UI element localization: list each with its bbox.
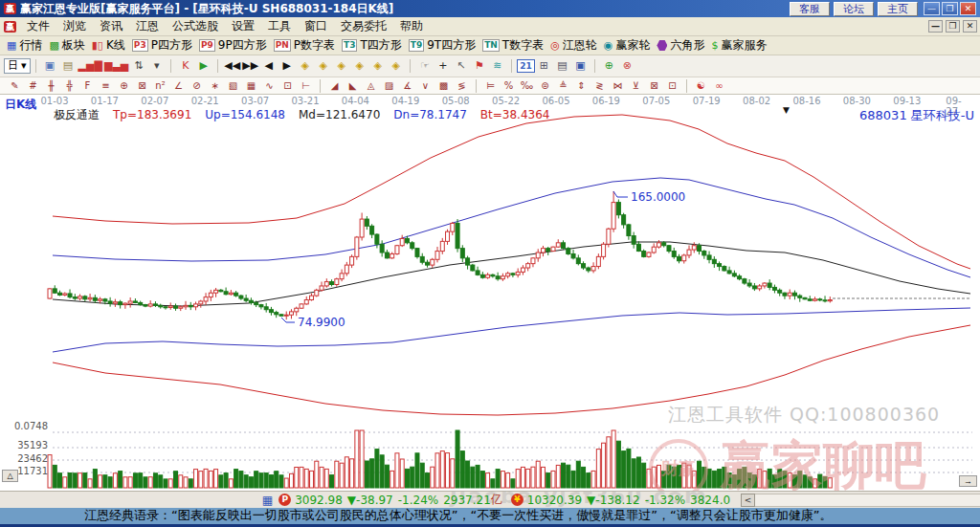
grid3-icon[interactable]: ▩ bbox=[435, 79, 452, 93]
chart-area[interactable]: 日K线 01-0301-1702-0702-2103-0703-2104-040… bbox=[0, 95, 980, 491]
lines-icon[interactable]: ≡ bbox=[98, 79, 114, 93]
updown-icon[interactable]: ⇅ bbox=[130, 58, 146, 74]
fan-icon[interactable]: ◢ bbox=[326, 79, 343, 93]
gann-diamond-1-icon[interactable]: ◈ bbox=[297, 58, 313, 74]
ratio-icon[interactable]: ⊨ bbox=[482, 79, 499, 93]
hatch-icon[interactable]: ▨ bbox=[381, 79, 397, 93]
shade-icon[interactable]: ▧ bbox=[225, 79, 241, 93]
steps-icon[interactable]: ≶ bbox=[454, 79, 470, 93]
nav-next-icon[interactable]: ▶ bbox=[278, 58, 295, 74]
circle-eq-icon[interactable]: ⊜ bbox=[537, 79, 553, 93]
yinyang-icon[interactable]: ☯ bbox=[693, 79, 709, 93]
close-button[interactable]: ✕ bbox=[960, 2, 976, 15]
grid2-icon[interactable]: ▦ bbox=[243, 79, 259, 93]
child-minimize-button[interactable]: — bbox=[928, 20, 943, 33]
menu-item-8[interactable]: 交易委托 bbox=[334, 18, 393, 34]
toolbar-blocks-button[interactable]: ▩板块 bbox=[49, 37, 84, 54]
square-x-icon[interactable]: ⊠ bbox=[134, 79, 150, 93]
gann-diamond-2-icon[interactable]: ◈ bbox=[315, 58, 331, 74]
infinity-icon[interactable]: ∞ bbox=[711, 79, 727, 93]
toolbar-winner-wheel-button[interactable]: ◉赢家轮 bbox=[604, 37, 651, 54]
maximize-button[interactable]: ❐ bbox=[942, 2, 958, 15]
hash-icon[interactable]: # bbox=[25, 79, 41, 93]
toolbar-hexagon-button[interactable]: 六角形 bbox=[657, 37, 704, 54]
notes-icon[interactable]: ▤ bbox=[554, 58, 570, 74]
nav-last-icon[interactable]: ▶▶ bbox=[242, 58, 258, 74]
menu-item-5[interactable]: 设置 bbox=[225, 18, 261, 34]
pointer-icon[interactable]: ↖ bbox=[453, 58, 469, 74]
kline-canvas[interactable]: 165.000074.9900 bbox=[0, 95, 980, 491]
homepage-button[interactable]: 主页 bbox=[878, 2, 918, 16]
tick-icon[interactable]: ⊢ bbox=[298, 79, 314, 93]
nav-prev-icon[interactable]: ◀ bbox=[260, 58, 277, 74]
n2-icon[interactable]: n² bbox=[152, 79, 168, 93]
bowtie-icon[interactable]: ⋈ bbox=[610, 79, 626, 93]
toolbar-kline-button[interactable]: ▮▯K线 bbox=[92, 37, 125, 54]
wave-icon[interactable]: ≋ bbox=[489, 58, 505, 74]
toolbar-t9-square-button[interactable]: T99T四方形 bbox=[409, 37, 476, 54]
rail-icon[interactable]: ╫ bbox=[43, 79, 59, 93]
pencil-icon[interactable]: ✎ bbox=[7, 79, 23, 93]
quote-grid-icon[interactable]: ▦ bbox=[262, 494, 273, 507]
period-select[interactable]: 日▾ bbox=[4, 58, 31, 74]
fib-icon[interactable]: F bbox=[79, 79, 96, 93]
updown2-icon[interactable]: ⇕ bbox=[573, 79, 590, 93]
forum-button[interactable]: 论坛 bbox=[834, 2, 874, 16]
scroll-track[interactable] bbox=[755, 494, 980, 507]
scroll-left-icon[interactable]: < bbox=[741, 494, 755, 507]
delta-eq-icon[interactable]: ≜ bbox=[555, 79, 571, 93]
crosshair-icon[interactable]: + bbox=[434, 58, 451, 74]
kline-chart-icon[interactable]: ▆▃▅ bbox=[104, 58, 128, 74]
menu-item-0[interactable]: 文件 bbox=[20, 18, 56, 34]
circle-cross-icon[interactable]: ⊕ bbox=[116, 79, 132, 93]
gann-diamond-3-icon[interactable]: ◈ bbox=[333, 58, 349, 74]
menu-item-3[interactable]: 江恩 bbox=[129, 18, 166, 34]
child-close-button[interactable]: ✕ bbox=[963, 20, 977, 33]
lessgtr-icon[interactable]: ≷ bbox=[591, 79, 608, 93]
vee-icon[interactable]: ∨ bbox=[417, 79, 434, 93]
wave2-icon[interactable]: ∿ bbox=[261, 79, 278, 93]
toolbar-t-square-button[interactable]: T3T四方形 bbox=[342, 37, 402, 54]
bars-chart-icon[interactable]: ▂▅▇ bbox=[78, 58, 102, 74]
calc-icon[interactable]: ⊞ bbox=[536, 58, 552, 74]
gann-diamond-5-icon[interactable]: ◈ bbox=[369, 58, 386, 74]
tri-icon[interactable]: ◬ bbox=[363, 79, 379, 93]
menu-item-6[interactable]: 工具 bbox=[261, 18, 298, 34]
angle-icon[interactable]: ∠ bbox=[170, 79, 187, 93]
hand-tool-icon[interactable]: ☞ bbox=[416, 58, 433, 74]
toolbar-p9-square-button[interactable]: P99P四方形 bbox=[199, 37, 267, 54]
volume-scroll-right-button[interactable]: → bbox=[959, 475, 977, 487]
grid-cross-icon[interactable]: ╬ bbox=[61, 79, 78, 93]
boxdot2-icon[interactable]: ⊡ bbox=[664, 79, 680, 93]
window-icon[interactable]: ▣ bbox=[42, 58, 58, 74]
compare-k-icon[interactable]: K bbox=[177, 58, 193, 74]
save-icon[interactable]: ▣ bbox=[572, 58, 589, 74]
toolbar-p-square-button[interactable]: P3P四方形 bbox=[132, 37, 192, 54]
toolbar-quotes-button[interactable]: ▦行情 bbox=[7, 37, 42, 54]
toolbar-p-table-button[interactable]: PNP数字表 bbox=[274, 37, 335, 54]
play-icon[interactable]: ▶ bbox=[195, 58, 212, 74]
service-red-icon[interactable]: ⊗ bbox=[619, 58, 635, 74]
kefu-button[interactable]: 客服 bbox=[790, 2, 830, 16]
box-dot-icon[interactable]: ⊡ bbox=[279, 79, 296, 93]
calendar-icon[interactable]: 21 bbox=[517, 59, 535, 73]
menu-item-9[interactable]: 帮助 bbox=[393, 18, 430, 34]
gann-diamond-6-icon[interactable]: ◈ bbox=[388, 58, 404, 74]
permille-icon[interactable]: ‰ bbox=[519, 79, 535, 93]
xor-icon[interactable]: ⊻ bbox=[628, 79, 644, 93]
fan2-icon[interactable]: ◣ bbox=[345, 79, 361, 93]
gann-diamond-4-icon[interactable]: ◈ bbox=[351, 58, 368, 74]
menu-item-4[interactable]: 公式选股 bbox=[166, 18, 225, 34]
menu-item-1[interactable]: 浏览 bbox=[56, 18, 93, 34]
child-restore-button[interactable]: ❐ bbox=[946, 20, 960, 33]
caret-down-icon[interactable]: ▾ bbox=[148, 58, 165, 74]
horizontal-scrollbar[interactable]: < > bbox=[741, 494, 980, 507]
star-icon[interactable]: ∗ bbox=[207, 79, 223, 93]
pane-toggle-button[interactable]: △ bbox=[2, 470, 18, 482]
service-green-icon[interactable]: ⊕ bbox=[601, 58, 617, 74]
flag-icon[interactable]: ⚑ bbox=[471, 58, 487, 74]
minimize-button[interactable]: — bbox=[924, 2, 940, 15]
toolbar-t-table-button[interactable]: TNT数字表 bbox=[482, 37, 544, 54]
angle2-icon[interactable]: ∡ bbox=[399, 79, 415, 93]
toolbar-winner-service-button[interactable]: $赢家服务 bbox=[711, 37, 767, 54]
